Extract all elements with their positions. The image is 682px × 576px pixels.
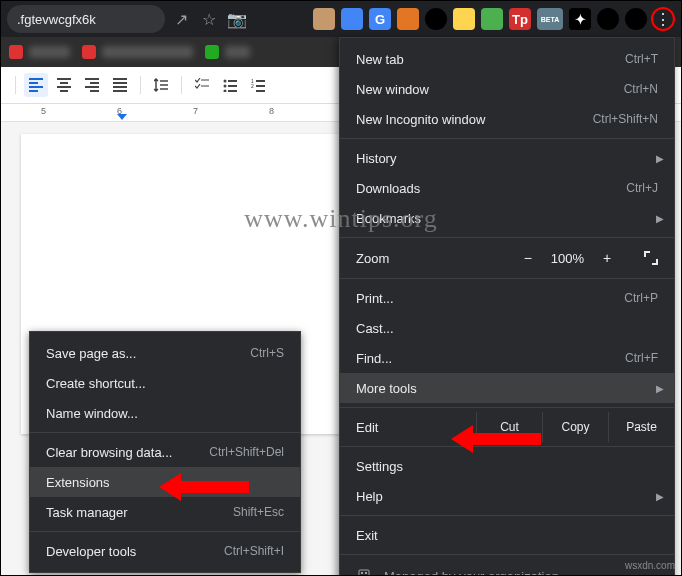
menu-history[interactable]: History▶ <box>340 143 674 173</box>
menu-cast[interactable]: Cast... <box>340 313 674 343</box>
kebab-menu-button[interactable]: ⋮ <box>651 7 675 31</box>
bulleted-list-button[interactable] <box>218 73 242 97</box>
bookmark-star-icon[interactable]: ☆ <box>199 9 219 29</box>
submenu-task-manager[interactable]: Task managerShift+Esc <box>30 497 300 527</box>
extension-icons: GTpBETA✦ <box>313 8 647 30</box>
extension-icon[interactable] <box>397 8 419 30</box>
svg-rect-6 <box>361 572 363 574</box>
extension-icon[interactable]: BETA <box>537 8 563 30</box>
omnibox[interactable]: .fgtevwcgfx6k <box>7 5 165 33</box>
extension-icon[interactable] <box>625 8 647 30</box>
numbered-list-button[interactable]: 12 <box>246 73 270 97</box>
svg-rect-5 <box>359 570 369 576</box>
line-spacing-button[interactable] <box>149 73 173 97</box>
url-text: .fgtevwcgfx6k <box>17 12 96 27</box>
svg-point-1 <box>224 85 227 88</box>
align-left-button[interactable] <box>24 73 48 97</box>
extension-icon[interactable] <box>425 8 447 30</box>
menu-more-tools[interactable]: More tools▶ <box>340 373 674 403</box>
svg-point-0 <box>224 80 227 83</box>
menu-downloads[interactable]: DownloadsCtrl+J <box>340 173 674 203</box>
cut-button[interactable]: Cut <box>476 412 542 442</box>
chrome-main-menu: New tabCtrl+T New windowCtrl+N New Incog… <box>339 37 675 576</box>
extension-icon[interactable] <box>597 8 619 30</box>
svg-rect-7 <box>365 572 367 574</box>
zoom-in-button[interactable]: + <box>598 250 616 266</box>
menu-help[interactable]: Help▶ <box>340 481 674 511</box>
menu-zoom: Zoom − 100% + <box>340 242 674 274</box>
attribution-text: wsxdn.com <box>625 560 675 571</box>
menu-print[interactable]: Print...Ctrl+P <box>340 283 674 313</box>
zoom-value: 100% <box>551 251 584 266</box>
svg-point-2 <box>224 90 227 93</box>
submenu-extensions[interactable]: Extensions <box>30 467 300 497</box>
chevron-right-icon: ▶ <box>656 153 664 164</box>
bookmark-item[interactable]: xxx <box>205 45 250 59</box>
svg-text:2: 2 <box>251 83 254 89</box>
chevron-right-icon: ▶ <box>656 383 664 394</box>
chevron-right-icon: ▶ <box>656 213 664 224</box>
align-center-button[interactable] <box>52 73 76 97</box>
fullscreen-icon[interactable] <box>644 251 658 265</box>
menu-settings[interactable]: Settings <box>340 451 674 481</box>
paste-button[interactable]: Paste <box>608 412 674 442</box>
extension-icon[interactable]: ✦ <box>569 8 591 30</box>
share-icon[interactable]: ↗ <box>171 9 191 29</box>
submenu-name-window[interactable]: Name window... <box>30 398 300 428</box>
browser-toolbar: .fgtevwcgfx6k ↗ ☆ 📷 GTpBETA✦ ⋮ <box>1 1 681 37</box>
extension-icon[interactable]: G <box>369 8 391 30</box>
menu-edit-row: Edit Cut Copy Paste <box>340 412 674 442</box>
camera-icon[interactable]: 📷 <box>227 9 247 29</box>
chevron-right-icon: ▶ <box>656 491 664 502</box>
menu-managed[interactable]: Managed by your organization <box>340 559 674 576</box>
extension-icon[interactable] <box>453 8 475 30</box>
extension-icon[interactable] <box>313 8 335 30</box>
omnibox-actions: ↗ ☆ 📷 <box>171 9 247 29</box>
menu-new-tab[interactable]: New tabCtrl+T <box>340 44 674 74</box>
zoom-out-button[interactable]: − <box>519 250 537 266</box>
submenu-clear-browsing-data[interactable]: Clear browsing data...Ctrl+Shift+Del <box>30 437 300 467</box>
menu-new-incognito[interactable]: New Incognito windowCtrl+Shift+N <box>340 104 674 134</box>
menu-bookmarks[interactable]: Bookmarks▶ <box>340 203 674 233</box>
submenu-save-page[interactable]: Save page as...Ctrl+S <box>30 338 300 368</box>
submenu-developer-tools[interactable]: Developer toolsCtrl+Shift+I <box>30 536 300 566</box>
menu-new-window[interactable]: New windowCtrl+N <box>340 74 674 104</box>
submenu-create-shortcut[interactable]: Create shortcut... <box>30 368 300 398</box>
extension-icon[interactable] <box>481 8 503 30</box>
extension-icon[interactable] <box>341 8 363 30</box>
menu-find[interactable]: Find...Ctrl+F <box>340 343 674 373</box>
align-justify-button[interactable] <box>108 73 132 97</box>
more-tools-submenu: Save page as...Ctrl+S Create shortcut...… <box>29 331 301 573</box>
building-icon <box>356 568 372 576</box>
copy-button[interactable]: Copy <box>542 412 608 442</box>
menu-exit[interactable]: Exit <box>340 520 674 550</box>
checklist-button[interactable] <box>190 73 214 97</box>
bookmark-item[interactable]: xxxxxxx xx xxxxx <box>82 45 193 59</box>
extension-icon[interactable]: Tp <box>509 8 531 30</box>
align-right-button[interactable] <box>80 73 104 97</box>
bookmark-item[interactable]: xxxxxx <box>9 45 70 59</box>
